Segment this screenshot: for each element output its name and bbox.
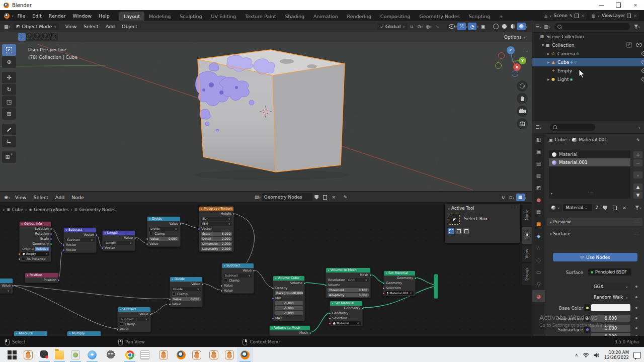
surface-shader-chip[interactable]: Principled BSDF: [588, 268, 631, 276]
input-socket[interactable]: [382, 292, 385, 295]
material-slot-material-001[interactable]: Material.001: [549, 158, 630, 166]
animate-dot[interactable]: [635, 307, 637, 309]
properties-tab-scene[interactable]: ◩: [532, 182, 545, 194]
use-nodes-button[interactable]: ⊟ Use Nodes: [553, 253, 637, 261]
menu-window[interactable]: Window: [69, 10, 95, 21]
gizmo-y-axis[interactable]: Y: [519, 57, 526, 64]
checkbox[interactable]: [120, 322, 123, 326]
node-volume-cube[interactable]: ∨Volume CubeVolumeDensityBackground0.000…: [273, 276, 305, 321]
node-dropdown[interactable]: Subtract∨: [65, 238, 95, 242]
gizmo-x-axis[interactable]: X: [513, 63, 521, 71]
display-mode-dropdown[interactable]: ☰∨: [534, 23, 543, 31]
select-mode-subtract[interactable]: [34, 33, 42, 41]
fake-user-shield-icon[interactable]: [601, 204, 609, 212]
taskbar-clock[interactable]: 10:20 AM 12/26/2022: [604, 350, 629, 360]
hand-app-2[interactable]: [155, 347, 172, 362]
viewlayer-selector[interactable]: ▥∨ ViewLayer ×: [590, 12, 639, 20]
properties-tab-physics[interactable]: ◌: [532, 254, 545, 266]
clear-icon[interactable]: ×: [45, 251, 48, 256]
object-field[interactable]: Material.001×: [385, 291, 414, 295]
gizmo-x-neg[interactable]: [498, 52, 505, 59]
add-cube-tool[interactable]: ⊞+: [2, 151, 16, 163]
hide-eye-icon[interactable]: [641, 60, 644, 64]
input-socket[interactable]: [382, 287, 385, 290]
filter-id-dropdown[interactable]: ▥∨: [543, 23, 551, 31]
proportional-edit-icon[interactable]: ◎∨: [425, 23, 433, 30]
fake-user-shield-icon[interactable]: [312, 194, 321, 201]
options-dropdown[interactable]: Options∨: [504, 35, 526, 40]
node-header[interactable]: ∨Subtract: [64, 228, 96, 232]
animate-dot[interactable]: [635, 327, 637, 329]
value-slider[interactable]: Adaptivity0.000: [328, 293, 369, 297]
input-socket[interactable]: [272, 287, 274, 290]
properties-tab-data[interactable]: ▽: [532, 278, 545, 290]
workspace-tab-scripting[interactable]: Scripting: [464, 12, 495, 21]
select-mode-extend[interactable]: [455, 228, 462, 234]
node-header[interactable]: ∨: [0, 279, 13, 283]
select-box-tool[interactable]: [2, 44, 16, 56]
workspace-tab-layout[interactable]: Layout: [119, 12, 144, 21]
breadcrumb-item[interactable]: Geometry Nodes: [79, 207, 116, 212]
shading-solid-icon[interactable]: [500, 23, 509, 30]
viewport-menu-view[interactable]: View: [62, 24, 80, 29]
node-dropdown[interactable]: Divide∨: [172, 287, 201, 291]
node-editor-canvas[interactable]: ∨Object InfoLocationRotationScaleGeometr…: [0, 202, 532, 336]
material-slot-material[interactable]: Material: [549, 150, 630, 158]
viewport-menu-add[interactable]: Add: [102, 24, 118, 29]
node-header[interactable]: ∨Object Info: [20, 222, 51, 226]
node-subtract-2[interactable]: ∨SubtractValueSubtract∨ClampValue: [117, 307, 151, 332]
node-set-material-2[interactable]: ∨Set MaterialGeometryGeometrySelectionMa…: [383, 270, 416, 296]
select-mode-new[interactable]: [18, 33, 26, 41]
blender-app[interactable]: [173, 347, 189, 362]
gizmo-z-neg[interactable]: [512, 70, 518, 77]
output-socket[interactable]: [361, 307, 364, 310]
outliner-row-camera[interactable]: ▶◇Camera◎: [532, 49, 644, 58]
unlink-material-icon[interactable]: ×: [620, 204, 628, 212]
value-slider[interactable]: Value0.050: [172, 297, 201, 301]
filter-funnel-icon[interactable]: ∨: [633, 23, 641, 31]
xray-toggle-icon[interactable]: ▣: [479, 23, 488, 30]
input-socket[interactable]: [329, 317, 331, 320]
nodetree-icon[interactable]: ▤∨: [254, 194, 262, 201]
toggle-buttons[interactable]: OriginalRelative: [21, 247, 49, 251]
gizmo-y-neg[interactable]: [495, 62, 502, 69]
clear-icon[interactable]: ×: [357, 321, 359, 326]
workspace-tab-modeling[interactable]: Modeling: [144, 12, 175, 21]
snap-target-dropdown[interactable]: ⊙∨: [416, 23, 425, 30]
start-button[interactable]: [4, 347, 20, 362]
checkbox[interactable]: [224, 279, 227, 282]
animate-dot[interactable]: [635, 317, 637, 319]
input-socket[interactable]: [169, 303, 171, 306]
annotate-tool[interactable]: [2, 124, 16, 135]
select-mode-new[interactable]: [448, 228, 454, 234]
browse-material-dropdown[interactable]: ∨: [549, 204, 562, 212]
output-socket[interactable]: [50, 233, 52, 235]
blender-active[interactable]: [237, 347, 253, 362]
input-socket[interactable]: [145, 237, 149, 240]
node-header[interactable]: ∨Set Material: [384, 271, 415, 276]
output-socket[interactable]: [57, 279, 60, 282]
animate-dot[interactable]: [635, 296, 637, 298]
node-header[interactable]: ∨Set Material: [330, 301, 362, 306]
workspace-tab-geometry-nodes[interactable]: Geometry Nodes: [415, 12, 464, 21]
output-socket[interactable]: [201, 283, 204, 286]
breadcrumb-item[interactable]: GeometryNodes: [34, 207, 69, 212]
outliner-row-collection[interactable]: ▼▦Collection✓: [532, 41, 644, 49]
tray-expand-icon[interactable]: ∧: [575, 352, 578, 357]
node-menu-node[interactable]: Node: [68, 195, 88, 200]
output-socket[interactable]: [50, 243, 52, 245]
cube-object[interactable]: [196, 50, 345, 172]
node-dropdown[interactable]: 3D∨: [201, 217, 232, 221]
viewport-menu-object[interactable]: Object: [118, 24, 141, 29]
workspace-tab-animation[interactable]: Animation: [309, 12, 342, 21]
animate-dot[interactable]: [635, 286, 637, 288]
photo-app[interactable]: [67, 347, 84, 362]
options-arrow[interactable]: ∨: [638, 126, 640, 129]
node-header[interactable]: ∨Musgrave Texture: [199, 207, 233, 211]
pin-icon[interactable]: ✎: [341, 194, 350, 201]
ortho-toggle-button[interactable]: [517, 118, 528, 129]
output-socket[interactable]: [232, 213, 235, 215]
input-socket[interactable]: [272, 317, 274, 320]
menu-help[interactable]: Help: [95, 10, 113, 21]
material-name-field[interactable]: Material...: [563, 204, 592, 211]
